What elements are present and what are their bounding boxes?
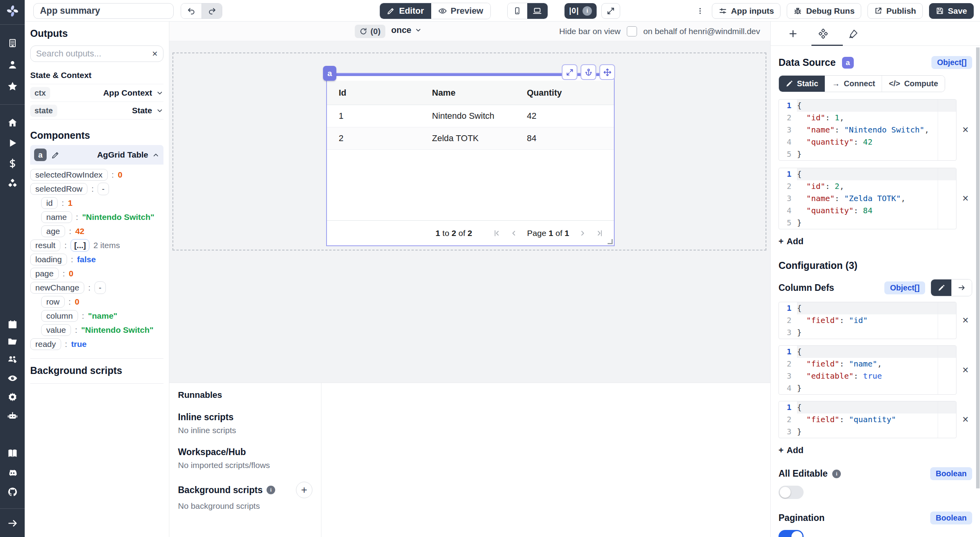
user-icon[interactable] <box>7 60 18 70</box>
collapse-arrow-icon[interactable] <box>7 518 18 529</box>
schedules-icon[interactable] <box>7 319 18 330</box>
add-data-item-button[interactable]: + Add <box>779 236 972 247</box>
app-summary-input[interactable] <box>33 3 174 19</box>
component-badge[interactable]: a <box>323 66 336 81</box>
add-background-script-button[interactable]: + <box>296 482 312 498</box>
preview-tab[interactable]: Preview <box>431 3 490 19</box>
chevron-up-icon <box>152 151 160 159</box>
output-row: result:[...]2 items <box>30 238 163 252</box>
type-pill: Boolean <box>930 512 972 524</box>
search-outputs-input[interactable] <box>36 49 149 59</box>
components-icon <box>818 28 829 39</box>
table-row[interactable]: 2 Zelda TOTK 84 <box>327 127 614 150</box>
app-inputs-button[interactable]: App inputs <box>712 3 781 19</box>
debug-runs-button[interactable]: Debug Runs <box>787 3 861 19</box>
move-component-button[interactable] <box>599 64 615 80</box>
github-icon[interactable] <box>7 486 18 497</box>
json-editor[interactable]: 1{2 "id": 1,3 "name": "Nintendo Switch",… <box>779 99 956 161</box>
home-icon[interactable] <box>7 118 18 128</box>
ctx-row[interactable]: ctx App Context <box>30 84 163 102</box>
workers-icon[interactable] <box>7 410 18 421</box>
arrow-right-icon <box>958 284 965 292</box>
edit-mode-button[interactable] <box>931 279 951 296</box>
add-column-def-button[interactable]: + Add <box>779 445 972 455</box>
info-icon: i <box>267 486 275 494</box>
expand-component-button[interactable] <box>562 64 577 80</box>
component-a-row[interactable]: a AgGrid Table <box>30 145 163 165</box>
folders-icon[interactable] <box>7 336 18 347</box>
output-row: newChange:- <box>30 281 163 295</box>
resources-icon[interactable] <box>7 178 18 189</box>
json-editor[interactable]: 1{2 "field": "quantity"3} <box>779 401 956 438</box>
prev-page-button[interactable] <box>510 229 518 237</box>
recompute-mode-select[interactable]: once <box>391 25 422 35</box>
hide-bar-checkbox[interactable] <box>627 26 637 36</box>
refresh-button[interactable]: (0) <box>355 25 385 38</box>
last-page-button[interactable] <box>596 229 604 237</box>
json-editor[interactable]: 1{2 "field": "id"3} <box>779 302 956 339</box>
rail-divider <box>0 24 25 25</box>
variables-icon[interactable] <box>7 158 18 169</box>
insert-component-tab[interactable] <box>788 29 798 39</box>
discord-icon[interactable] <box>7 468 18 479</box>
state-context-title: State & Context <box>30 71 163 80</box>
aggrid-table-component[interactable]: a Id Name Quantity 1 Nintendo S <box>326 73 615 246</box>
mobile-view-button[interactable] <box>508 3 527 19</box>
groups-icon[interactable] <box>7 354 18 365</box>
resize-handle[interactable] <box>608 239 613 244</box>
desktop-view-button[interactable] <box>527 3 548 19</box>
all-editable-title: All Editable <box>779 468 828 479</box>
docs-icon[interactable] <box>7 448 18 459</box>
windmill-logo[interactable] <box>6 4 19 18</box>
save-button[interactable]: Save <box>929 3 974 19</box>
undo-button[interactable] <box>181 4 201 18</box>
remove-item-button[interactable]: × <box>959 314 972 327</box>
scrollbar-thumb[interactable] <box>976 47 980 488</box>
column-header[interactable]: Name <box>432 88 527 98</box>
column-header[interactable]: Id <box>339 88 432 98</box>
component-settings-tab[interactable] <box>818 28 829 39</box>
fullscreen-button[interactable] <box>601 3 620 19</box>
table-row[interactable]: 1 Nintendo Switch 42 <box>327 105 614 127</box>
compute-mode-tab[interactable]: </> Compute <box>882 76 945 92</box>
editor-tab[interactable]: Editor <box>380 3 431 19</box>
inline-scripts-empty: No inline scripts <box>178 426 312 435</box>
connect-mode-tab[interactable]: → Connect <box>825 76 882 92</box>
debug-outputs-toggle[interactable]: |0| i <box>564 3 597 19</box>
static-mode-tab[interactable]: Static <box>779 76 825 92</box>
column-header[interactable]: Quantity <box>527 88 614 98</box>
remove-item-button[interactable]: × <box>959 414 972 426</box>
workspace-icon[interactable] <box>7 38 18 48</box>
output-row: page:0 <box>30 267 163 281</box>
json-editor[interactable]: 1{2 "id": 2,3 "name": "Zelda TOTK",4 "qu… <box>779 168 956 229</box>
anchor-component-button[interactable] <box>581 64 596 80</box>
on-behalf-text: on behalf of henri@windmill.dev <box>643 27 760 36</box>
output-tree: selectedRowIndex:0 selectedRow:- id:1 na… <box>30 168 163 351</box>
remove-item-button[interactable]: × <box>959 364 972 376</box>
publish-button[interactable]: Publish <box>867 3 923 19</box>
canvas-grid[interactable]: a Id Name Quantity 1 Nintendo S <box>169 41 770 383</box>
all-editable-toggle[interactable] <box>779 486 804 499</box>
next-page-button[interactable] <box>579 229 586 237</box>
first-page-button[interactable] <box>493 229 501 237</box>
more-menu-button[interactable] <box>695 6 706 16</box>
settings-icon[interactable] <box>7 392 18 403</box>
runs-icon[interactable] <box>7 138 18 148</box>
favorites-icon[interactable] <box>7 81 18 92</box>
redo-button[interactable] <box>201 4 222 18</box>
top-toolbar: Editor Preview |0| i <box>25 0 980 22</box>
pagination-toggle[interactable] <box>779 530 804 537</box>
state-row[interactable]: state State <box>30 102 163 120</box>
styling-tab[interactable] <box>848 29 858 39</box>
clear-search-icon[interactable]: × <box>152 49 158 58</box>
plus-icon: + <box>779 445 784 455</box>
json-editor[interactable]: 1{2 "field": "name",3 "editable": true4} <box>779 345 956 395</box>
connect-mode-button[interactable] <box>951 279 972 296</box>
table-pagination-bar: 1 to 2 of 2 Page 1 of 1 <box>327 220 614 245</box>
remove-item-button[interactable]: × <box>959 192 972 205</box>
expand-icon <box>566 68 574 76</box>
inline-scripts-title: Inline scripts <box>178 412 312 423</box>
pencil-icon <box>938 284 945 292</box>
audit-logs-icon[interactable] <box>7 373 18 384</box>
remove-item-button[interactable]: × <box>959 124 972 136</box>
